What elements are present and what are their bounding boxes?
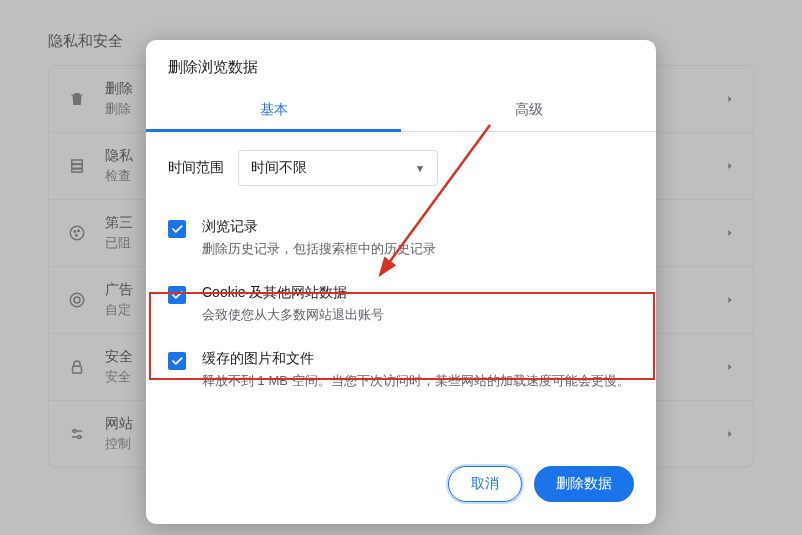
tab-basic[interactable]: 基本 (146, 89, 401, 131)
confirm-button[interactable]: 删除数据 (534, 466, 634, 502)
option-checkbox[interactable] (168, 220, 186, 238)
option-subtitle: 删除历史记录，包括搜索框中的历史记录 (202, 240, 436, 258)
modal-overlay: 删除浏览数据 基本 高级 时间范围 时间不限 ▼ 浏览记录删除历史记录，包括搜索… (0, 0, 802, 535)
caret-down-icon: ▼ (415, 163, 425, 174)
option-row: 浏览记录删除历史记录，包括搜索框中的历史记录 (168, 208, 634, 274)
time-range-value: 时间不限 (251, 159, 307, 177)
option-texts: 浏览记录删除历史记录，包括搜索框中的历史记录 (202, 218, 436, 258)
time-range-select[interactable]: 时间不限 ▼ (238, 150, 438, 186)
dialog-title: 删除浏览数据 (146, 58, 656, 89)
dialog-buttons: 取消 删除数据 (146, 406, 656, 524)
option-subtitle: 会致使您从大多数网站退出账号 (202, 306, 384, 324)
dialog-tabs: 基本 高级 (146, 89, 656, 132)
tab-advanced[interactable]: 高级 (401, 89, 656, 131)
option-title: 缓存的图片和文件 (202, 350, 630, 368)
time-range-label: 时间范围 (168, 159, 224, 177)
time-range-row: 时间范围 时间不限 ▼ (168, 150, 634, 186)
option-title: 浏览记录 (202, 218, 436, 236)
option-checkbox[interactable] (168, 286, 186, 304)
option-texts: 缓存的图片和文件释放不到 1 MB 空间。当您下次访问时，某些网站的加载速度可能… (202, 350, 630, 390)
option-subtitle: 释放不到 1 MB 空间。当您下次访问时，某些网站的加载速度可能会更慢。 (202, 372, 630, 390)
option-row: 缓存的图片和文件释放不到 1 MB 空间。当您下次访问时，某些网站的加载速度可能… (168, 340, 634, 406)
option-texts: Cookie 及其他网站数据会致使您从大多数网站退出账号 (202, 284, 384, 324)
option-title: Cookie 及其他网站数据 (202, 284, 384, 302)
options-list: 浏览记录删除历史记录，包括搜索框中的历史记录Cookie 及其他网站数据会致使您… (168, 208, 634, 406)
dialog-body: 时间范围 时间不限 ▼ 浏览记录删除历史记录，包括搜索框中的历史记录Cookie… (146, 132, 656, 406)
clear-browsing-data-dialog: 删除浏览数据 基本 高级 时间范围 时间不限 ▼ 浏览记录删除历史记录，包括搜索… (146, 40, 656, 524)
option-checkbox[interactable] (168, 352, 186, 370)
cancel-button[interactable]: 取消 (448, 466, 522, 502)
option-row: Cookie 及其他网站数据会致使您从大多数网站退出账号 (168, 274, 634, 340)
